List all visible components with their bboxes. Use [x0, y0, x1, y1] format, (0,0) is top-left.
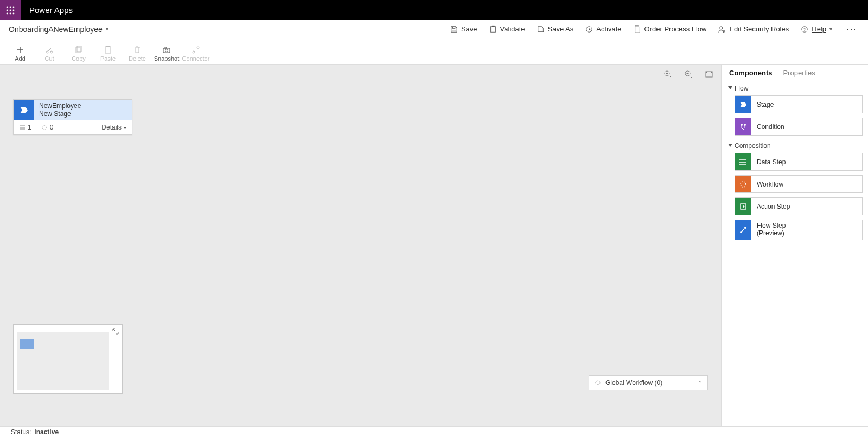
edit-toolbar: Add Cut Copy Paste Delete Snapshot Conne… — [0, 38, 868, 65]
zoom-in-button[interactable] — [663, 70, 672, 81]
minimap[interactable] — [13, 324, 123, 394]
security-icon — [718, 25, 726, 33]
svg-rect-10 — [492, 25, 494, 27]
validate-button[interactable]: Validate — [489, 25, 525, 33]
more-commands-button[interactable]: ⋯ — [844, 23, 859, 35]
component-action-step[interactable]: Action Step — [735, 197, 863, 215]
chevron-down-icon: ▾ — [106, 26, 108, 32]
scissors-icon — [45, 46, 54, 54]
svg-point-3 — [7, 9, 8, 11]
workflow-icon — [41, 124, 48, 131]
trash-icon — [133, 46, 142, 54]
svg-point-32 — [741, 124, 743, 126]
svg-point-37 — [741, 182, 746, 187]
save-button[interactable]: Save — [450, 25, 477, 33]
svg-point-2 — [13, 6, 15, 8]
app-launcher-button[interactable] — [0, 0, 21, 20]
svg-point-1 — [10, 6, 11, 8]
help-button[interactable]: ? Help ▾ — [801, 25, 832, 33]
status-label: Status: — [11, 428, 31, 436]
component-flow-step[interactable]: Flow Step (Preview) — [735, 220, 863, 240]
zoom-out-button[interactable] — [684, 70, 693, 81]
svg-point-33 — [744, 124, 746, 126]
edit-security-roles-button[interactable]: Edit Security Roles — [718, 25, 789, 33]
waffle-icon — [6, 6, 15, 15]
svg-point-6 — [7, 12, 8, 14]
component-data-step[interactable]: Data Step — [735, 153, 863, 171]
stage-icon — [735, 96, 751, 113]
stage-node[interactable]: NewEmployee New Stage 1 0 Details ▾ — [13, 99, 132, 135]
svg-point-40 — [744, 227, 746, 229]
fit-screen-icon — [705, 70, 713, 79]
add-button[interactable]: Add — [5, 46, 35, 63]
flow-step-icon — [735, 220, 751, 240]
chevron-down-icon: ▾ — [124, 125, 126, 131]
save-icon — [450, 25, 458, 33]
svg-point-23 — [165, 49, 168, 52]
flow-name-label: OnboardingANewEmployee — [9, 25, 103, 34]
workflow-icon — [595, 380, 601, 386]
clipboard-icon — [489, 25, 497, 33]
svg-point-34 — [739, 159, 741, 160]
status-bar: Status: Inactive — [0, 426, 868, 437]
designer-canvas[interactable]: NewEmployee New Stage 1 0 Details ▾ — [0, 65, 721, 426]
component-condition[interactable]: Condition — [735, 118, 863, 136]
document-icon — [634, 25, 641, 33]
fit-screen-button[interactable] — [705, 70, 713, 81]
delete-button[interactable]: Delete — [123, 46, 152, 63]
svg-point-31 — [596, 381, 600, 385]
global-workflow-bar[interactable]: Global Workflow (0) ⌃ — [589, 375, 708, 390]
status-value: Inactive — [34, 428, 59, 436]
tab-properties[interactable]: Properties — [783, 69, 815, 77]
svg-point-36 — [739, 164, 741, 165]
svg-point-7 — [10, 12, 11, 14]
activate-icon — [585, 25, 593, 33]
collapse-triangle-icon — [728, 144, 732, 148]
paste-icon — [104, 46, 112, 54]
expand-icon — [112, 328, 119, 335]
right-panel: Components Properties Flow Stage Conditi… — [721, 65, 868, 426]
svg-rect-20 — [105, 47, 111, 53]
activate-button[interactable]: Activate — [585, 25, 621, 33]
svg-point-4 — [10, 9, 11, 11]
svg-rect-24 — [165, 47, 167, 48]
svg-point-39 — [740, 231, 742, 233]
copy-button[interactable]: Copy — [64, 46, 93, 63]
order-process-flow-button[interactable]: Order Process Flow — [634, 25, 707, 33]
command-bar: OnboardingANewEmployee ▾ Save Validate S… — [0, 20, 868, 38]
zoom-out-icon — [684, 70, 693, 79]
stage-details-toggle[interactable]: Details ▾ — [101, 124, 126, 131]
minimap-viewport — [17, 332, 109, 390]
svg-point-25 — [193, 51, 195, 53]
svg-point-12 — [720, 26, 723, 29]
list-icon — [19, 124, 25, 131]
copy-icon — [74, 46, 83, 54]
flow-name-dropdown[interactable]: OnboardingANewEmployee ▾ — [9, 25, 108, 34]
svg-text:?: ? — [803, 27, 806, 31]
action-step-icon — [735, 198, 751, 215]
data-step-icon — [735, 153, 751, 170]
section-header-flow[interactable]: Flow — [727, 82, 863, 95]
collapse-triangle-icon — [728, 86, 732, 91]
connector-button[interactable]: Connector — [181, 46, 210, 63]
paste-button[interactable]: Paste — [93, 46, 123, 63]
help-icon: ? — [801, 25, 808, 33]
snapshot-button[interactable]: Snapshot — [152, 46, 181, 63]
cut-button[interactable]: Cut — [35, 46, 64, 63]
chevron-down-icon: ▾ — [829, 26, 832, 32]
minimap-stage-marker — [20, 339, 34, 349]
minimap-expand-button[interactable] — [112, 327, 119, 337]
component-workflow[interactable]: Workflow — [735, 175, 863, 193]
plus-icon — [16, 46, 24, 54]
save-as-icon — [537, 25, 545, 33]
svg-rect-21 — [106, 46, 110, 47]
condition-icon — [735, 118, 751, 135]
app-name: Power Apps — [21, 5, 81, 15]
tab-components[interactable]: Components — [729, 69, 772, 77]
save-as-button[interactable]: Save As — [537, 25, 574, 33]
chevron-up-icon: ⌃ — [698, 380, 702, 386]
svg-point-35 — [739, 162, 741, 163]
app-header: Power Apps — [0, 0, 868, 20]
section-header-composition[interactable]: Composition — [727, 140, 863, 153]
component-stage[interactable]: Stage — [735, 95, 863, 113]
